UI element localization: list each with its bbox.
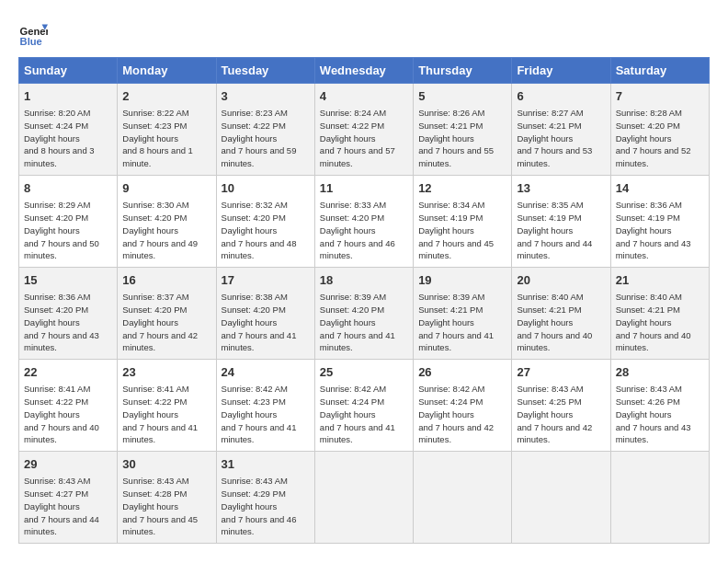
calendar-cell: 7 Sunrise: 8:28 AM Sunset: 4:20 PM Dayli…	[610, 84, 709, 176]
calendar-cell: 5 Sunrise: 8:26 AM Sunset: 4:21 PM Dayli…	[414, 84, 512, 176]
calendar-cell: 3 Sunrise: 8:23 AM Sunset: 4:22 PM Dayli…	[216, 84, 314, 176]
cell-info: Sunrise: 8:43 AM Sunset: 4:25 PM Dayligh…	[517, 383, 605, 446]
day-number: 16	[122, 272, 210, 289]
calendar-week-3: 15 Sunrise: 8:36 AM Sunset: 4:20 PM Dayl…	[19, 268, 710, 360]
day-number: 6	[517, 88, 605, 105]
calendar-cell: 2 Sunrise: 8:22 AM Sunset: 4:23 PM Dayli…	[118, 84, 216, 176]
cell-info: Sunrise: 8:40 AM Sunset: 4:21 PM Dayligh…	[616, 291, 704, 354]
day-number: 2	[122, 88, 210, 105]
cell-info: Sunrise: 8:42 AM Sunset: 4:23 PM Dayligh…	[222, 383, 310, 446]
day-number: 13	[517, 180, 605, 197]
day-number: 8	[24, 180, 112, 197]
calendar-cell: 30 Sunrise: 8:43 AM Sunset: 4:28 PM Dayl…	[118, 452, 216, 544]
calendar-cell: 6 Sunrise: 8:27 AM Sunset: 4:21 PM Dayli…	[512, 84, 610, 176]
cell-info: Sunrise: 8:40 AM Sunset: 4:21 PM Dayligh…	[517, 291, 605, 354]
day-number: 12	[418, 180, 506, 197]
calendar-cell: 18 Sunrise: 8:39 AM Sunset: 4:20 PM Dayl…	[314, 268, 413, 360]
cell-info: Sunrise: 8:34 AM Sunset: 4:19 PM Dayligh…	[418, 199, 506, 262]
cell-info: Sunrise: 8:37 AM Sunset: 4:20 PM Dayligh…	[122, 291, 210, 354]
weekday-header-monday: Monday	[118, 58, 216, 84]
day-number: 31	[222, 456, 310, 473]
day-number: 11	[320, 180, 408, 197]
calendar-cell: 16 Sunrise: 8:37 AM Sunset: 4:20 PM Dayl…	[118, 268, 216, 360]
weekday-header-wednesday: Wednesday	[314, 58, 413, 84]
calendar-cell	[512, 452, 610, 544]
calendar-cell: 8 Sunrise: 8:29 AM Sunset: 4:20 PM Dayli…	[19, 176, 118, 268]
day-number: 22	[24, 364, 112, 381]
day-number: 5	[418, 88, 506, 105]
day-number: 9	[122, 180, 210, 197]
cell-info: Sunrise: 8:20 AM Sunset: 4:24 PM Dayligh…	[24, 107, 112, 170]
day-number: 7	[616, 88, 704, 105]
day-number: 10	[222, 180, 310, 197]
cell-info: Sunrise: 8:38 AM Sunset: 4:20 PM Dayligh…	[222, 291, 310, 354]
calendar-body: 1 Sunrise: 8:20 AM Sunset: 4:24 PM Dayli…	[19, 84, 710, 544]
day-number: 1	[24, 88, 112, 105]
day-number: 14	[616, 180, 704, 197]
page-header: General Blue	[18, 18, 710, 48]
calendar-week-5: 29 Sunrise: 8:43 AM Sunset: 4:27 PM Dayl…	[19, 452, 710, 544]
calendar-cell: 22 Sunrise: 8:41 AM Sunset: 4:22 PM Dayl…	[19, 360, 118, 452]
day-number: 28	[616, 364, 704, 381]
day-number: 19	[418, 272, 506, 289]
calendar-week-2: 8 Sunrise: 8:29 AM Sunset: 4:20 PM Dayli…	[19, 176, 710, 268]
calendar-cell: 21 Sunrise: 8:40 AM Sunset: 4:21 PM Dayl…	[610, 268, 709, 360]
cell-info: Sunrise: 8:43 AM Sunset: 4:29 PM Dayligh…	[222, 475, 310, 538]
cell-info: Sunrise: 8:24 AM Sunset: 4:22 PM Dayligh…	[320, 107, 408, 170]
cell-info: Sunrise: 8:26 AM Sunset: 4:21 PM Dayligh…	[418, 107, 506, 170]
cell-info: Sunrise: 8:27 AM Sunset: 4:21 PM Dayligh…	[517, 107, 605, 170]
cell-info: Sunrise: 8:35 AM Sunset: 4:19 PM Dayligh…	[517, 199, 605, 262]
cell-info: Sunrise: 8:29 AM Sunset: 4:20 PM Dayligh…	[24, 199, 112, 262]
cell-info: Sunrise: 8:41 AM Sunset: 4:22 PM Dayligh…	[24, 383, 112, 446]
calendar-week-1: 1 Sunrise: 8:20 AM Sunset: 4:24 PM Dayli…	[19, 84, 710, 176]
cell-info: Sunrise: 8:43 AM Sunset: 4:26 PM Dayligh…	[616, 383, 704, 446]
weekday-header-thursday: Thursday	[414, 58, 512, 84]
day-number: 20	[517, 272, 605, 289]
cell-info: Sunrise: 8:36 AM Sunset: 4:19 PM Dayligh…	[616, 199, 704, 262]
weekday-header-friday: Friday	[512, 58, 610, 84]
cell-info: Sunrise: 8:43 AM Sunset: 4:28 PM Dayligh…	[122, 475, 210, 538]
cell-info: Sunrise: 8:42 AM Sunset: 4:24 PM Dayligh…	[320, 383, 408, 446]
day-number: 30	[122, 456, 210, 473]
cell-info: Sunrise: 8:36 AM Sunset: 4:20 PM Dayligh…	[24, 291, 112, 354]
day-number: 25	[320, 364, 408, 381]
calendar-cell: 12 Sunrise: 8:34 AM Sunset: 4:19 PM Dayl…	[414, 176, 512, 268]
day-number: 23	[122, 364, 210, 381]
calendar-cell: 9 Sunrise: 8:30 AM Sunset: 4:20 PM Dayli…	[118, 176, 216, 268]
calendar-cell: 4 Sunrise: 8:24 AM Sunset: 4:22 PM Dayli…	[314, 84, 413, 176]
calendar-cell: 20 Sunrise: 8:40 AM Sunset: 4:21 PM Dayl…	[512, 268, 610, 360]
calendar-cell: 15 Sunrise: 8:36 AM Sunset: 4:20 PM Dayl…	[19, 268, 118, 360]
calendar-cell: 27 Sunrise: 8:43 AM Sunset: 4:25 PM Dayl…	[512, 360, 610, 452]
day-number: 26	[418, 364, 506, 381]
logo: General Blue	[18, 18, 48, 48]
cell-info: Sunrise: 8:39 AM Sunset: 4:20 PM Dayligh…	[320, 291, 408, 354]
calendar-cell: 31 Sunrise: 8:43 AM Sunset: 4:29 PM Dayl…	[216, 452, 314, 544]
day-number: 4	[320, 88, 408, 105]
day-number: 3	[222, 88, 310, 105]
day-number: 18	[320, 272, 408, 289]
day-number: 27	[517, 364, 605, 381]
weekday-header-saturday: Saturday	[610, 58, 709, 84]
cell-info: Sunrise: 8:30 AM Sunset: 4:20 PM Dayligh…	[122, 199, 210, 262]
calendar-week-4: 22 Sunrise: 8:41 AM Sunset: 4:22 PM Dayl…	[19, 360, 710, 452]
calendar-cell: 10 Sunrise: 8:32 AM Sunset: 4:20 PM Dayl…	[216, 176, 314, 268]
calendar-cell: 14 Sunrise: 8:36 AM Sunset: 4:19 PM Dayl…	[610, 176, 709, 268]
day-number: 15	[24, 272, 112, 289]
cell-info: Sunrise: 8:33 AM Sunset: 4:20 PM Dayligh…	[320, 199, 408, 262]
cell-info: Sunrise: 8:41 AM Sunset: 4:22 PM Dayligh…	[122, 383, 210, 446]
day-number: 17	[222, 272, 310, 289]
svg-text:Blue: Blue	[20, 36, 42, 47]
logo-icon: General Blue	[18, 18, 48, 48]
weekday-header-sunday: Sunday	[19, 58, 118, 84]
calendar-table: SundayMondayTuesdayWednesdayThursdayFrid…	[18, 57, 710, 544]
cell-info: Sunrise: 8:28 AM Sunset: 4:20 PM Dayligh…	[616, 107, 704, 170]
calendar-cell: 13 Sunrise: 8:35 AM Sunset: 4:19 PM Dayl…	[512, 176, 610, 268]
calendar-cell: 19 Sunrise: 8:39 AM Sunset: 4:21 PM Dayl…	[414, 268, 512, 360]
cell-info: Sunrise: 8:32 AM Sunset: 4:20 PM Dayligh…	[222, 199, 310, 262]
calendar-cell	[314, 452, 413, 544]
calendar-cell: 28 Sunrise: 8:43 AM Sunset: 4:26 PM Dayl…	[610, 360, 709, 452]
day-number: 21	[616, 272, 704, 289]
cell-info: Sunrise: 8:22 AM Sunset: 4:23 PM Dayligh…	[122, 107, 210, 170]
cell-info: Sunrise: 8:42 AM Sunset: 4:24 PM Dayligh…	[418, 383, 506, 446]
calendar-cell: 11 Sunrise: 8:33 AM Sunset: 4:20 PM Dayl…	[314, 176, 413, 268]
